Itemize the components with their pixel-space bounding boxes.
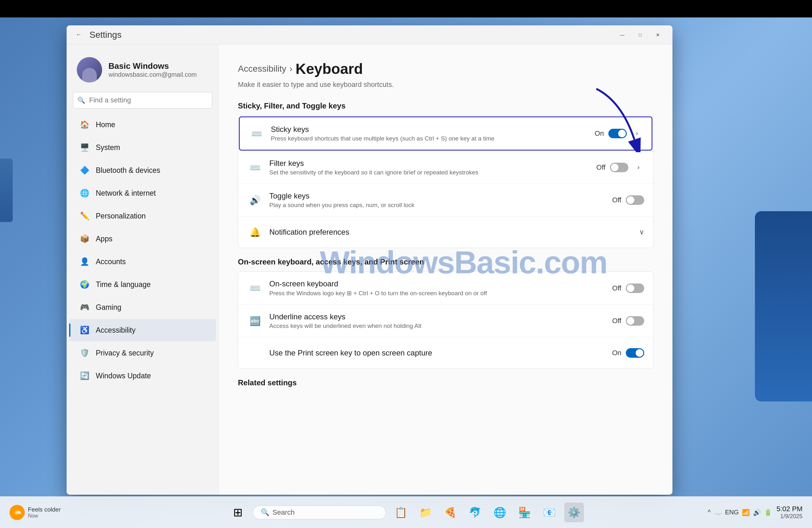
window-title: Settings <box>89 30 121 40</box>
close-button[interactable]: ✕ <box>650 29 666 41</box>
sidebar-item-time[interactable]: 🌍 Time & language <box>69 273 216 296</box>
taskbar-widgets[interactable]: 📋 <box>391 503 411 522</box>
breadcrumb: Accessibility › Keyboard <box>238 60 653 77</box>
time-display[interactable]: 5:02 PM 1/9/2025 <box>777 505 802 520</box>
wifi-icon: 📶 <box>742 509 750 516</box>
search-input[interactable] <box>73 92 212 108</box>
underline-access-desc: Access keys will be underlined even when… <box>269 323 606 329</box>
maximize-button[interactable]: □ <box>632 29 648 41</box>
avatar <box>77 57 102 83</box>
toggle-keys-icon: 🔊 <box>247 192 263 208</box>
settings-window: ← Settings — □ ✕ Basic Windows windowsba… <box>67 25 672 495</box>
notification-chevron[interactable]: ∨ <box>639 228 644 236</box>
sidebar-item-label: Windows Update <box>96 372 151 380</box>
on-screen-keyboard-desc: Press the Windows logo key ⊞ + Ctrl + O … <box>269 290 606 297</box>
taskbar-search-icon: 🔍 <box>261 508 269 517</box>
sidebar-item-home[interactable]: 🏠 Home <box>69 114 216 136</box>
minimize-button[interactable]: — <box>614 29 630 41</box>
sidebar-item-gaming[interactable]: 🎮 Gaming <box>69 296 216 318</box>
breadcrumb-page: Keyboard <box>295 60 363 77</box>
accessibility-icon: ♿ <box>79 325 90 336</box>
user-email: windowsbasic.com@gmail.com <box>108 71 208 78</box>
sidebar-item-system[interactable]: 🖥️ System <box>69 136 216 159</box>
print-screen-title: Use the Print screen key to open screen … <box>269 349 606 357</box>
sidebar-item-accessibility[interactable]: ♿ Accessibility <box>69 319 216 341</box>
bluetooth-icon: 🔷 <box>79 165 90 176</box>
taskbar-search-label: Search <box>273 508 295 517</box>
system-tray-expand[interactable]: ^ <box>708 509 710 516</box>
home-icon: 🏠 <box>79 119 90 130</box>
taskbar-search[interactable]: 🔍 Search <box>253 505 386 519</box>
right-blob <box>755 211 812 401</box>
sidebar-item-label: Privacy & security <box>96 349 154 357</box>
sticky-filter-toggle-card: ⌨️ Sticky keys Press keyboard shortcuts … <box>238 115 653 248</box>
top-bar <box>0 0 812 17</box>
on-screen-keyboard-toggle[interactable] <box>626 283 644 293</box>
sidebar-item-label: Accessibility <box>96 326 135 335</box>
notification-preferences-row[interactable]: 🔔 Notification preferences ∨ <box>238 217 653 248</box>
sidebar-item-label: Personalization <box>96 212 146 220</box>
sticky-keys-chevron[interactable]: › <box>631 128 643 139</box>
filter-keys-chevron[interactable]: › <box>633 162 644 173</box>
on-screen-keyboard-state: Off <box>612 284 621 292</box>
taskbar-app2[interactable]: 🐬 <box>465 503 485 522</box>
print-screen-control: On <box>612 348 644 358</box>
privacy-icon: 🛡️ <box>79 348 90 358</box>
sticky-keys-control: On › <box>595 128 643 139</box>
filter-keys-row[interactable]: ⌨️ Filter keys Set the sensitivity of th… <box>238 151 653 184</box>
filter-keys-toggle[interactable] <box>610 163 628 172</box>
sidebar-item-label: Network & internet <box>96 189 156 197</box>
user-profile[interactable]: Basic Windows windowsbasic.com@gmail.com <box>67 51 219 89</box>
sidebar: Basic Windows windowsbasic.com@gmail.com… <box>67 44 219 495</box>
print-screen-text: Use the Print screen key to open screen … <box>269 349 606 357</box>
sidebar-blob <box>0 159 13 222</box>
sidebar-item-privacy[interactable]: 🛡️ Privacy & security <box>69 342 216 364</box>
taskbar-settings-app[interactable]: ⚙️ <box>564 503 584 522</box>
print-screen-icon <box>247 345 263 361</box>
weather-info: Feels colder Now <box>28 506 61 519</box>
print-screen-toggle[interactable] <box>626 348 644 358</box>
sidebar-item-network[interactable]: 🌐 Network & internet <box>69 182 216 204</box>
sidebar-item-bluetooth[interactable]: 🔷 Bluetooth & devices <box>69 159 216 181</box>
taskbar-app5[interactable]: 📧 <box>539 503 559 522</box>
sidebar-item-update[interactable]: 🔄 Windows Update <box>69 365 216 387</box>
sticky-keys-knob <box>618 130 626 137</box>
print-screen-knob <box>636 349 643 357</box>
toggle-keys-desc: Play a sound when you press caps, num, o… <box>269 202 606 209</box>
breadcrumb-section[interactable]: Accessibility <box>238 64 286 74</box>
underline-access-toggle[interactable] <box>626 316 644 326</box>
taskbar-app3[interactable]: 🌐 <box>490 503 510 522</box>
sticky-keys-row[interactable]: ⌨️ Sticky keys Press keyboard shortcuts … <box>240 117 652 150</box>
sidebar-item-apps[interactable]: 📦 Apps <box>69 228 216 250</box>
underline-access-title: Underline access keys <box>269 312 606 321</box>
avatar-inner <box>77 57 102 83</box>
sticky-keys-desc: Press keyboard shortcuts that use multip… <box>271 135 589 142</box>
search-icon: 🔍 <box>77 97 85 104</box>
taskbar-file-explorer[interactable]: 📁 <box>416 503 435 522</box>
taskbar-app4[interactable]: 🏪 <box>515 503 535 522</box>
user-info: Basic Windows windowsbasic.com@gmail.com <box>108 61 208 78</box>
underline-access-text: Underline access keys Access keys will b… <box>269 312 606 329</box>
sticky-keys-toggle[interactable] <box>608 129 627 138</box>
sidebar-item-label: Bluetooth & devices <box>96 166 160 175</box>
back-button[interactable]: ← <box>73 29 84 41</box>
print-screen-row[interactable]: Use the Print screen key to open screen … <box>238 337 653 368</box>
sticky-keys-title: Sticky keys <box>271 125 589 134</box>
underline-access-row[interactable]: 🔤 Underline access keys Access keys will… <box>238 305 653 337</box>
on-screen-keyboard-row[interactable]: ⌨️ On-screen keyboard Press the Windows … <box>238 272 653 305</box>
toggle-keys-row[interactable]: 🔊 Toggle keys Play a sound when you pres… <box>238 184 653 217</box>
section-heading-on-screen: On-screen keyboard, access keys, and Pri… <box>238 258 653 266</box>
sidebar-item-accounts[interactable]: 👤 Accounts <box>69 250 216 273</box>
language-indicator[interactable]: ENG <box>725 509 739 516</box>
filter-keys-control: Off › <box>596 162 644 173</box>
toggle-keys-toggle[interactable] <box>626 195 644 205</box>
taskbar-app1[interactable]: 🍕 <box>440 503 460 522</box>
system-tray: ^ ☁️ ENG 📶 🔊 🔋 <box>708 509 772 516</box>
sidebar-item-personalization[interactable]: ✏️ Personalization <box>69 205 216 227</box>
user-name: Basic Windows <box>108 61 208 71</box>
sidebar-item-label: System <box>96 143 120 152</box>
taskbar-weather[interactable]: 🌤️ Feels colder Now <box>10 505 61 520</box>
start-button[interactable]: ⊞ <box>228 503 248 522</box>
apps-icon: 📦 <box>79 233 90 244</box>
toggle-keys-text: Toggle keys Play a sound when you press … <box>269 192 606 209</box>
